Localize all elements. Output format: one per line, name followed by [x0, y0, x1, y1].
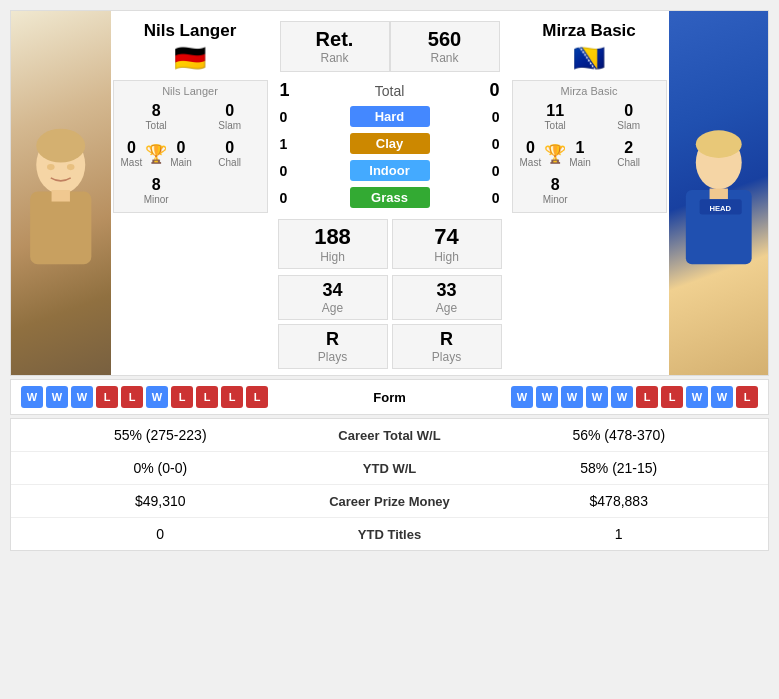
left-age-box: 34 Age	[278, 275, 388, 320]
right-high-box: 74 High	[392, 219, 502, 269]
right-chall-label: Chall	[599, 157, 659, 168]
right-total-cell: 11 Total	[517, 99, 594, 134]
right-slam-cell: 0 Slam	[596, 99, 662, 134]
left-flag: 🇩🇪	[144, 43, 237, 74]
svg-point-5	[67, 164, 75, 170]
left-high-box: 188 High	[278, 219, 388, 269]
right-player-stats: Mirza Basic 11 Total 0 Slam 0 Mast	[512, 80, 667, 213]
form-badge: W	[586, 386, 608, 408]
h2h-grass-left: 0	[280, 190, 288, 206]
form-label: Form	[330, 390, 450, 405]
total-row: 1 Total 0	[270, 78, 510, 103]
left-mast-value: 0	[121, 139, 143, 157]
left-high-label: High	[283, 250, 383, 264]
form-badge: W	[611, 386, 633, 408]
right-ytd-wl: 58% (21-15)	[480, 460, 759, 476]
left-ytd-titles: 0	[21, 526, 300, 542]
left-career-wl: 55% (275-223)	[21, 427, 300, 443]
left-player-stats: Nils Langer 8 Total 0 Slam 0 Mast	[113, 80, 268, 213]
left-slam-label: Slam	[200, 120, 260, 131]
h2h-indoor-left: 0	[280, 163, 288, 179]
clay-row: 1 Clay 0	[270, 130, 510, 157]
left-minor-value: 8	[121, 176, 192, 194]
form-badge: W	[46, 386, 68, 408]
right-rank-box: 560 Rank	[390, 21, 500, 72]
right-age-box: 33 Age	[392, 275, 502, 320]
form-section: WWWLLWLLLL Form WWWWWLLWWL	[10, 379, 769, 415]
right-slam-label: Slam	[599, 120, 659, 131]
left-main-value: 0	[170, 139, 192, 157]
left-player-name-small: Nils Langer	[118, 85, 263, 97]
right-chall-value: 2	[599, 139, 659, 157]
left-plays-value: R	[283, 329, 383, 350]
right-high-label: High	[397, 250, 497, 264]
left-rank-value: Ret.	[287, 28, 383, 51]
h2h-total-right: 0	[489, 80, 499, 101]
left-rank-label: Rank	[287, 51, 383, 65]
left-ytd-wl: 0% (0-0)	[21, 460, 300, 476]
right-mast-value: 0	[520, 139, 542, 157]
svg-rect-2	[30, 191, 91, 264]
grass-row: 0 Grass 0	[270, 184, 510, 211]
trophy-icon-right: 🏆	[544, 143, 566, 165]
indoor-row: 0 Indoor 0	[270, 157, 510, 184]
ytd-wl-row: 0% (0-0) YTD W/L 58% (21-15)	[11, 452, 768, 485]
form-badge: L	[121, 386, 143, 408]
left-mast-label: Mast	[121, 157, 143, 168]
left-plays-box: R Plays	[278, 324, 388, 369]
prize-row: $49,310 Career Prize Money $478,883	[11, 485, 768, 518]
right-career-wl: 56% (478-370)	[480, 427, 759, 443]
right-player-photo: HEAD	[669, 11, 769, 375]
left-main-label: Main	[170, 157, 192, 168]
form-badge: W	[711, 386, 733, 408]
ytd-titles-row: 0 YTD Titles 1	[11, 518, 768, 550]
clay-button[interactable]: Clay	[350, 133, 430, 154]
right-main-label: Main	[569, 157, 591, 168]
right-slam-value: 0	[599, 102, 659, 120]
right-age-value: 33	[397, 280, 497, 301]
h2h-clay-right: 0	[492, 136, 500, 152]
svg-point-7	[695, 130, 741, 158]
form-badge: W	[146, 386, 168, 408]
left-slam-value: 0	[200, 102, 260, 120]
h2h-clay-left: 1	[280, 136, 288, 152]
svg-rect-3	[52, 190, 70, 201]
left-minor-cell: 8 Minor	[118, 173, 195, 208]
left-form-badges: WWWLLWLLLL	[21, 386, 330, 408]
h2h-total-left: 1	[280, 80, 290, 101]
form-badge: W	[686, 386, 708, 408]
right-minor-cell: 8 Minor	[517, 173, 594, 208]
h2h-total-label: Total	[375, 83, 405, 99]
grass-button[interactable]: Grass	[350, 187, 430, 208]
hard-row: 0 Hard 0	[270, 103, 510, 130]
right-mast-cell: 0 Mast 🏆 1 Main	[517, 136, 594, 171]
svg-point-4	[47, 164, 55, 170]
right-player-name-small: Mirza Basic	[517, 85, 662, 97]
left-chall-value: 0	[200, 139, 260, 157]
h2h-hard-right: 0	[492, 109, 500, 125]
right-high-value: 74	[397, 224, 497, 250]
left-chall-label: Chall	[200, 157, 260, 168]
form-badge: L	[96, 386, 118, 408]
left-total-value: 8	[121, 102, 192, 120]
left-prize: $49,310	[21, 493, 300, 509]
h2h-grass-right: 0	[492, 190, 500, 206]
ytd-titles-label: YTD Titles	[300, 527, 480, 542]
main-container: Nils Langer 🇩🇪 Nils Langer 8 Total 0 Sla…	[0, 0, 779, 561]
hard-button[interactable]: Hard	[350, 106, 430, 127]
form-badge: W	[71, 386, 93, 408]
right-prize: $478,883	[480, 493, 759, 509]
left-mast-cell: 0 Mast 🏆 0 Main	[118, 136, 195, 171]
right-rank-label: Rank	[397, 51, 493, 65]
right-flag: 🇧🇦	[542, 43, 636, 74]
form-badge: W	[21, 386, 43, 408]
left-age-label: Age	[283, 301, 383, 315]
svg-point-1	[36, 128, 85, 162]
right-age-label: Age	[397, 301, 497, 315]
form-badge: L	[736, 386, 758, 408]
svg-text:HEAD: HEAD	[709, 203, 731, 212]
right-minor-value: 8	[520, 176, 591, 194]
form-badge: L	[171, 386, 193, 408]
left-player-name: Nils Langer	[144, 21, 237, 41]
indoor-button[interactable]: Indoor	[350, 160, 430, 181]
